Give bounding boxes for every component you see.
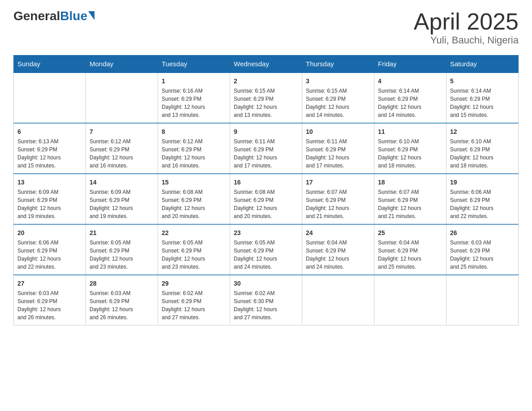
calendar-cell <box>446 275 519 325</box>
day-info: and 26 minutes. <box>90 313 154 321</box>
day-info: and 14 minutes. <box>306 111 370 119</box>
day-info: Sunrise: 6:05 AM <box>162 239 226 247</box>
day-info: Sunrise: 6:07 AM <box>378 188 442 196</box>
day-info: Daylight: 12 hours <box>162 305 226 313</box>
day-info: Sunrise: 6:09 AM <box>90 188 154 196</box>
day-info: Daylight: 12 hours <box>17 305 82 313</box>
day-of-week-header: Sunday <box>14 56 86 73</box>
day-number: 9 <box>234 127 298 137</box>
calendar-cell: 6Sunrise: 6:13 AMSunset: 6:29 PMDaylight… <box>14 123 86 174</box>
logo-triangle-icon <box>88 11 94 20</box>
day-info: and 26 minutes. <box>17 313 82 321</box>
day-number: 26 <box>450 228 515 238</box>
day-info: Daylight: 12 hours <box>162 154 226 162</box>
day-info: Daylight: 12 hours <box>234 204 298 212</box>
calendar-cell: 1Sunrise: 6:16 AMSunset: 6:29 PMDaylight… <box>158 73 230 123</box>
day-info: Sunrise: 6:10 AM <box>378 137 442 146</box>
day-info: Sunset: 6:29 PM <box>17 247 82 255</box>
day-info: Sunset: 6:29 PM <box>306 146 370 154</box>
day-info: and 19 minutes. <box>17 212 82 220</box>
day-info: Sunrise: 6:09 AM <box>17 188 82 196</box>
day-info: Sunset: 6:29 PM <box>306 196 370 204</box>
calendar-cell: 27Sunrise: 6:03 AMSunset: 6:29 PMDayligh… <box>14 275 86 325</box>
calendar-week-row: 6Sunrise: 6:13 AMSunset: 6:29 PMDaylight… <box>14 123 519 174</box>
day-info: and 24 minutes. <box>306 263 370 271</box>
calendar-cell <box>86 73 158 123</box>
day-info: Sunset: 6:29 PM <box>162 297 226 305</box>
day-info: and 23 minutes. <box>90 263 154 271</box>
day-info: Sunrise: 6:13 AM <box>17 137 82 146</box>
calendar-cell: 29Sunrise: 6:02 AMSunset: 6:29 PMDayligh… <box>158 275 230 325</box>
day-info: Sunrise: 6:08 AM <box>234 188 298 196</box>
day-info: Sunrise: 6:11 AM <box>306 137 370 146</box>
day-info: Sunset: 6:29 PM <box>234 95 298 103</box>
day-info: Sunset: 6:29 PM <box>90 297 154 305</box>
day-info: Sunrise: 6:03 AM <box>90 289 154 297</box>
day-info: Sunset: 6:29 PM <box>306 247 370 255</box>
calendar-cell: 14Sunrise: 6:09 AMSunset: 6:29 PMDayligh… <box>86 174 158 224</box>
day-number: 16 <box>234 178 298 187</box>
calendar-cell: 9Sunrise: 6:11 AMSunset: 6:29 PMDaylight… <box>230 123 302 174</box>
day-info: Daylight: 12 hours <box>234 305 298 313</box>
day-info: Sunset: 6:29 PM <box>306 95 370 103</box>
day-number: 27 <box>17 279 82 288</box>
day-info: Daylight: 12 hours <box>450 255 515 263</box>
day-info: and 17 minutes. <box>234 162 298 170</box>
day-info: Sunrise: 6:03 AM <box>17 289 82 297</box>
day-info: Daylight: 12 hours <box>378 255 442 263</box>
day-info: Sunrise: 6:15 AM <box>234 87 298 95</box>
calendar-cell: 24Sunrise: 6:04 AMSunset: 6:29 PMDayligh… <box>302 224 374 275</box>
day-info: Sunrise: 6:03 AM <box>450 239 515 247</box>
day-info: Sunset: 6:29 PM <box>162 95 226 103</box>
day-number: 1 <box>162 77 226 86</box>
calendar-cell: 7Sunrise: 6:12 AMSunset: 6:29 PMDaylight… <box>86 123 158 174</box>
calendar-header-row: SundayMondayTuesdayWednesdayThursdayFrid… <box>14 56 519 73</box>
day-of-week-header: Monday <box>86 56 158 73</box>
day-info: Sunset: 6:29 PM <box>162 146 226 154</box>
day-info: and 18 minutes. <box>450 162 515 170</box>
calendar-cell <box>14 73 86 123</box>
day-info: Sunrise: 6:16 AM <box>162 87 226 95</box>
calendar-cell: 2Sunrise: 6:15 AMSunset: 6:29 PMDaylight… <box>230 73 302 123</box>
day-info: Daylight: 12 hours <box>162 255 226 263</box>
day-number: 12 <box>450 127 515 137</box>
day-of-week-header: Thursday <box>302 56 374 73</box>
location-title: Yuli, Bauchi, Nigeria <box>414 34 519 46</box>
day-number: 29 <box>162 279 226 288</box>
day-info: Sunrise: 6:15 AM <box>306 87 370 95</box>
day-info: Daylight: 12 hours <box>90 305 154 313</box>
day-info: Sunrise: 6:02 AM <box>234 289 298 297</box>
calendar-cell: 12Sunrise: 6:10 AMSunset: 6:29 PMDayligh… <box>446 123 519 174</box>
day-number: 17 <box>306 178 370 187</box>
day-info: and 21 minutes. <box>306 212 370 220</box>
logo-blue-part: Blue <box>60 9 94 23</box>
day-number: 18 <box>378 178 442 187</box>
day-info: Sunset: 6:29 PM <box>17 146 82 154</box>
day-of-week-header: Wednesday <box>230 56 302 73</box>
calendar-cell: 5Sunrise: 6:14 AMSunset: 6:29 PMDaylight… <box>446 73 519 123</box>
calendar-cell: 18Sunrise: 6:07 AMSunset: 6:29 PMDayligh… <box>374 174 446 224</box>
day-info: Daylight: 12 hours <box>234 255 298 263</box>
day-number: 23 <box>234 228 298 238</box>
day-of-week-header: Saturday <box>446 56 519 73</box>
day-info: Sunset: 6:29 PM <box>378 95 442 103</box>
day-info: Sunrise: 6:04 AM <box>378 239 442 247</box>
calendar-cell: 20Sunrise: 6:06 AMSunset: 6:29 PMDayligh… <box>14 224 86 275</box>
day-number: 8 <box>162 127 226 137</box>
day-info: Sunset: 6:29 PM <box>162 196 226 204</box>
day-info: Sunrise: 6:12 AM <box>162 137 226 146</box>
day-info: Sunrise: 6:12 AM <box>90 137 154 146</box>
day-number: 21 <box>90 228 154 238</box>
day-info: Daylight: 12 hours <box>450 103 515 111</box>
title-section: April 2025 Yuli, Bauchi, Nigeria <box>414 9 519 46</box>
day-number: 24 <box>306 228 370 238</box>
day-number: 22 <box>162 228 226 238</box>
day-info: Sunrise: 6:14 AM <box>450 87 515 95</box>
day-info: Sunrise: 6:04 AM <box>306 239 370 247</box>
day-info: Sunset: 6:29 PM <box>90 196 154 204</box>
calendar-cell: 8Sunrise: 6:12 AMSunset: 6:29 PMDaylight… <box>158 123 230 174</box>
day-number: 6 <box>17 127 82 137</box>
day-info: Daylight: 12 hours <box>162 103 226 111</box>
day-info: and 15 minutes. <box>17 162 82 170</box>
day-info: Sunset: 6:30 PM <box>234 297 298 305</box>
